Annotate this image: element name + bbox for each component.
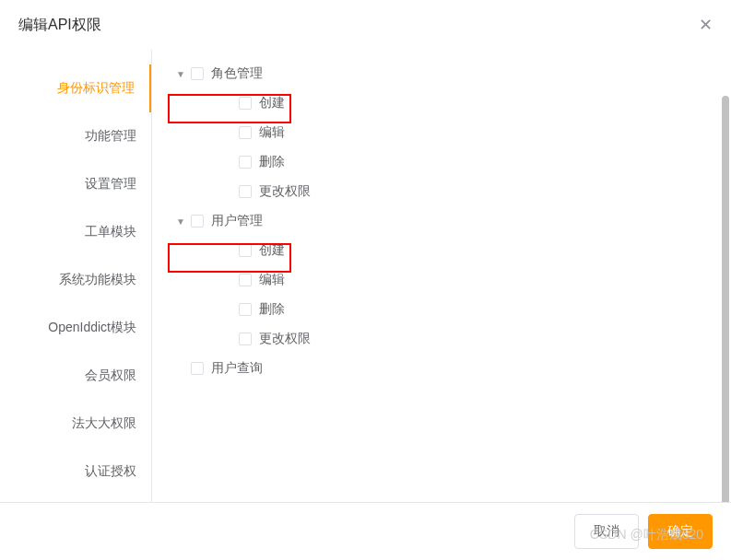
checkbox[interactable]	[191, 215, 204, 228]
sidebar-item-7[interactable]: 法大大权限	[0, 400, 151, 448]
tree-node-10[interactable]: 用户查询	[174, 354, 713, 383]
sidebar-item-2[interactable]: 设置管理	[0, 160, 151, 208]
tree-node-label: 用户查询	[211, 360, 263, 377]
tree-node-label: 删除	[259, 301, 285, 318]
sidebar-item-label: 功能管理	[85, 128, 136, 145]
tree-node-label: 更改权限	[259, 331, 311, 347]
checkbox[interactable]	[191, 67, 204, 80]
chevron-down-icon[interactable]: ▼	[174, 216, 187, 227]
sidebar-item-3[interactable]: 工单模块	[0, 208, 151, 256]
tree-node-label: 角色管理	[211, 65, 263, 82]
checkbox[interactable]	[239, 303, 252, 316]
close-icon[interactable]: ✕	[699, 15, 713, 35]
sidebar-item-1[interactable]: 功能管理	[0, 112, 151, 160]
tree-node-4[interactable]: 更改权限	[206, 177, 713, 206]
tree-node-label: 编辑	[259, 272, 285, 288]
tree-node-7[interactable]: 编辑	[206, 265, 713, 295]
scrollbar-track[interactable]	[722, 96, 729, 502]
checkbox[interactable]	[239, 244, 252, 257]
tree-node-5[interactable]: ▼用户管理	[174, 206, 713, 236]
chevron-down-icon[interactable]: ▼	[174, 69, 187, 79]
sidebar-item-label: 设置管理	[85, 176, 136, 192]
sidebar-item-4[interactable]: 系统功能模块	[0, 256, 151, 304]
sidebar: 身份标识管理功能管理设置管理工单模块系统功能模块OpenIddict模块会员权限…	[0, 50, 152, 502]
sidebar-item-5[interactable]: OpenIddict模块	[0, 304, 151, 352]
checkbox[interactable]	[239, 185, 252, 198]
sidebar-item-9[interactable]: 企业权限	[0, 496, 151, 502]
checkbox[interactable]	[239, 156, 252, 169]
sidebar-item-0[interactable]: 身份标识管理	[0, 64, 152, 112]
cancel-button[interactable]: 取消	[574, 514, 639, 549]
checkbox[interactable]	[239, 126, 252, 139]
sidebar-item-6[interactable]: 会员权限	[0, 352, 151, 400]
tree-panel: ▼角色管理创建编辑删除更改权限▼用户管理创建编辑删除更改权限用户查询	[152, 50, 731, 502]
tree-node-1[interactable]: 创建	[206, 88, 713, 118]
sidebar-item-label: 法大大权限	[72, 415, 136, 432]
sidebar-item-label: 工单模块	[85, 224, 136, 240]
dialog-body: 身份标识管理功能管理设置管理工单模块系统功能模块OpenIddict模块会员权限…	[0, 50, 731, 502]
tree-node-label: 编辑	[259, 124, 285, 141]
checkbox[interactable]	[191, 362, 204, 375]
dialog-header: 编辑API权限 ✕	[0, 0, 731, 50]
tree-node-label: 删除	[259, 154, 285, 170]
tree-node-label: 创建	[259, 242, 285, 259]
tree-node-label: 用户管理	[211, 213, 263, 229]
checkbox[interactable]	[239, 97, 252, 110]
sidebar-item-8[interactable]: 认证授权	[0, 448, 151, 496]
checkbox[interactable]	[239, 332, 252, 345]
checkbox[interactable]	[239, 274, 252, 286]
dialog-footer: 取消 确定 CSDN @叶浩成520	[0, 502, 731, 560]
sidebar-item-label: 系统功能模块	[59, 272, 136, 288]
tree-node-2[interactable]: 编辑	[206, 118, 713, 147]
sidebar-item-label: 身份标识管理	[57, 80, 135, 97]
tree-node-6[interactable]: 创建	[206, 236, 713, 265]
sidebar-item-label: 认证授权	[85, 463, 136, 480]
tree-node-8[interactable]: 删除	[206, 295, 713, 324]
tree-node-label: 更改权限	[259, 183, 311, 200]
scrollbar-thumb[interactable]	[722, 96, 729, 502]
tree-node-9[interactable]: 更改权限	[206, 324, 713, 354]
tree-node-3[interactable]: 删除	[206, 147, 713, 177]
sidebar-item-label: 会员权限	[85, 368, 136, 384]
dialog-title: 编辑API权限	[18, 16, 101, 35]
tree-node-label: 创建	[259, 95, 285, 111]
tree-node-0[interactable]: ▼角色管理	[174, 59, 713, 88]
sidebar-item-label: OpenIddict模块	[48, 320, 136, 336]
confirm-button[interactable]: 确定	[648, 514, 713, 549]
